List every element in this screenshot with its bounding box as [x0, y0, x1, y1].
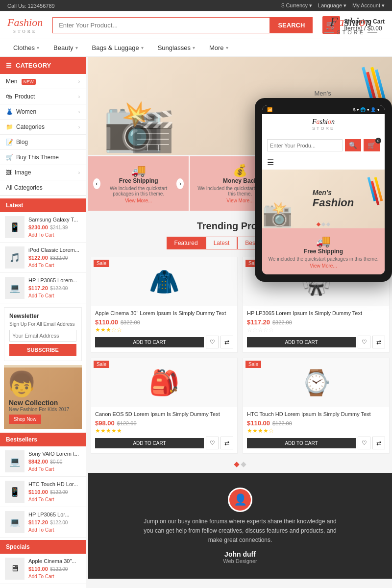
- shop-now-button[interactable]: Shop Now: [9, 415, 41, 424]
- add-to-cart-btn[interactable]: ADD TO CART: [95, 438, 204, 448]
- mobile-search-button[interactable]: 🔍: [345, 139, 361, 151]
- mobile-feature-text: We included the quickstart packages in t…: [268, 256, 379, 262]
- product-old-price: $241.99: [50, 225, 68, 230]
- sidebar-item-men[interactable]: Men NEW ›: [0, 74, 86, 89]
- compare-btn[interactable]: ⇄: [220, 437, 233, 449]
- add-to-cart-btn[interactable]: ADD TO CART: [247, 438, 356, 448]
- nav-beauty[interactable]: Beauty: [48, 39, 83, 56]
- sale-badge: Sale: [94, 260, 109, 267]
- add-to-cart-link[interactable]: Add To Cart: [28, 497, 81, 502]
- language-selector[interactable]: Language: [318, 2, 346, 9]
- sidebar-item-product[interactable]: 🛍Product ›: [0, 89, 86, 104]
- product-old-price: $322.00: [272, 319, 292, 325]
- special-product-2[interactable]: 📷 Canon EOS 5D Lor... $98.00 $122.00 Add…: [0, 584, 86, 588]
- sidebar-item-women[interactable]: 👗Women ›: [0, 104, 86, 120]
- account-selector[interactable]: My Account: [352, 2, 385, 9]
- add-to-cart-link[interactable]: Add To Cart: [28, 574, 81, 579]
- watermark: Fashion STORE: [324, 15, 377, 35]
- product-old-price: $322.00: [121, 319, 140, 325]
- product-name: HP LP3065 Lor...: [28, 512, 81, 517]
- add-to-cart-link[interactable]: Add To Cart: [28, 232, 81, 238]
- subscribe-button[interactable]: SUBSCRIBE: [9, 344, 76, 356]
- bestseller-product-1[interactable]: 💻 Sony VAIO Lorem t... $842.00 $0.00 Add…: [0, 446, 86, 477]
- watermark-logo: Fashion: [324, 15, 377, 29]
- tab-latest[interactable]: Latest: [206, 237, 238, 249]
- mobile-hero-dots: [317, 223, 330, 226]
- arrow-icon: ›: [78, 170, 80, 175]
- add-to-cart-link[interactable]: Add To Cart: [28, 527, 81, 533]
- mobile-cart-button[interactable]: 🛒 0: [364, 139, 380, 151]
- arrow-icon: ›: [78, 124, 80, 130]
- sidebar-item-blog[interactable]: 📝Blog: [0, 135, 86, 150]
- product-price: $117.20: [247, 318, 270, 326]
- newsletter-input[interactable]: [9, 330, 76, 342]
- mobile-menu-button[interactable]: ☰: [262, 155, 279, 170]
- banner-sub: New Fashion For Kids 2017: [9, 407, 69, 412]
- bestseller-product-3[interactable]: 💻 HP LP3065 Lor... $117.20 $122.00 Add T…: [0, 507, 86, 538]
- product-price: $117.20: [28, 519, 48, 525]
- latest-product-2[interactable]: 🎵 iPod Classic Lorem... $122.00 $322.00 …: [0, 243, 86, 273]
- signal-icon: 📶: [267, 107, 272, 112]
- nav-clothes[interactable]: Clothes: [7, 39, 45, 56]
- products-grid: Sale 🧥 Apple Cinema 30" Lorem Ipsum Is S…: [88, 257, 392, 459]
- compare-btn[interactable]: ⇄: [220, 336, 233, 348]
- compare-btn[interactable]: ⇄: [372, 336, 385, 348]
- search-input[interactable]: [52, 17, 270, 33]
- feature-link[interactable]: View More...: [100, 198, 176, 203]
- compare-btn[interactable]: ⇄: [372, 437, 385, 449]
- wishlist-btn[interactable]: ♡: [206, 437, 219, 449]
- newsletter-sub: Sign Up For All Email Address: [9, 321, 76, 327]
- product-image: ⌚: [243, 358, 389, 407]
- next-feature-btn[interactable]: ›: [176, 178, 184, 189]
- prev-feature-btn[interactable]: ‹: [93, 178, 100, 189]
- latest-product-1[interactable]: 📱 Samsung Galaxy T... $230.00 $241.99 Ad…: [0, 212, 86, 243]
- sidebar-item-buy-theme[interactable]: 🛒Buy This Theme: [0, 150, 86, 165]
- sale-badge: Sale: [245, 361, 261, 368]
- image-icon: 🖼: [6, 169, 12, 176]
- product-thumbnail: 🎵: [5, 246, 24, 269]
- sidebar-item-categories[interactable]: 📁Categories ›: [0, 120, 86, 135]
- category-label: CATEGORY: [16, 62, 51, 69]
- add-to-cart-link[interactable]: Add To Cart: [28, 293, 81, 298]
- arrow-icon: ›: [78, 94, 80, 99]
- latest-product-3[interactable]: 💻 HP LP3065 Lorem... $117.20 $122.00 Add…: [0, 273, 86, 303]
- nav-sunglasses[interactable]: Sunglasses: [152, 39, 201, 56]
- star-rating: ★★★☆☆: [95, 326, 233, 333]
- special-product-1[interactable]: 🖥 Apple Cinema 30"... $110.00 $122.00 Ad…: [0, 554, 86, 584]
- add-to-cart-link[interactable]: Add To Cart: [28, 263, 81, 268]
- mobile-search-input[interactable]: [267, 139, 343, 151]
- wishlist-btn[interactable]: ♡: [358, 437, 370, 449]
- wishlist-btn[interactable]: ♡: [358, 336, 370, 348]
- product-name: Canon EOS 5D Lorem Ipsum Is Simply Dummy…: [95, 411, 233, 417]
- product-actions: ADD TO CART ♡ ⇄: [247, 336, 385, 348]
- product-name: Samsung Galaxy T...: [28, 217, 81, 222]
- product-thumbnail: 💻: [5, 277, 24, 299]
- diamond-inactive[interactable]: [241, 462, 246, 467]
- nav-more[interactable]: More: [203, 39, 234, 56]
- product-thumbnail: 📱: [5, 216, 24, 238]
- testimonial-avatar: 👤: [228, 488, 252, 512]
- status-right: $ ▾ 🌐 ▾ 👤 ▾: [353, 107, 380, 112]
- specials-title: Specials: [0, 540, 86, 554]
- mobile-screen: 📶 $ ▾ 🌐 ▾ 👤 ▾ Fashion STORE 🔍 🛒 0 ☰ 📸 Me…: [262, 105, 385, 274]
- wishlist-btn[interactable]: ♡: [206, 336, 219, 348]
- currency-selector[interactable]: $ Currency: [281, 2, 312, 9]
- sidebar-item-all-categories[interactable]: All Categories: [0, 180, 86, 196]
- diamond-active[interactable]: [234, 462, 239, 467]
- sidebar-item-image[interactable]: 🖼Image ›: [0, 165, 86, 180]
- search-bar: SEARCH: [52, 17, 313, 33]
- bestseller-product-2[interactable]: 📱 HTC Touch HD Lor... $110.00 $122.00 Ad…: [0, 477, 86, 507]
- add-to-cart-btn[interactable]: ADD TO CART: [247, 337, 356, 347]
- top-bar: Call Us: 123456789 $ Currency Language M…: [0, 0, 392, 11]
- add-to-cart-btn[interactable]: ADD TO CART: [95, 337, 204, 347]
- feature-desc: We included the quickstart packages in t…: [100, 186, 176, 196]
- add-to-cart-link[interactable]: Add To Cart: [28, 466, 81, 472]
- nav-bags[interactable]: Bags & Luggage: [86, 39, 149, 56]
- product-old-price: $122.00: [50, 286, 68, 291]
- mobile-hero-person: 📸: [262, 200, 293, 228]
- search-button[interactable]: SEARCH: [270, 17, 313, 33]
- logo[interactable]: Fashion STORE: [7, 16, 43, 34]
- product-price: $98.00: [95, 419, 115, 427]
- tab-featured[interactable]: Featured: [167, 237, 206, 249]
- mobile-feature-link[interactable]: View More...: [268, 263, 379, 269]
